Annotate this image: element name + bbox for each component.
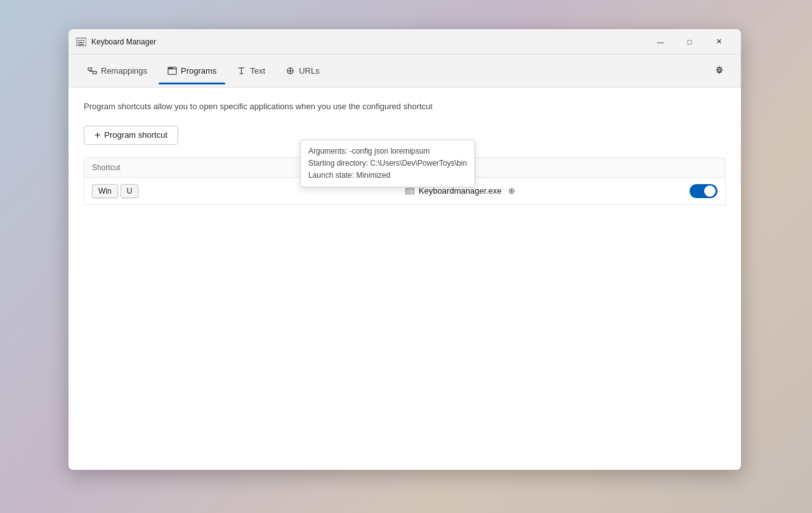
tooltip-launch-state-value: Minimized <box>356 171 390 180</box>
key-u: U <box>121 184 139 198</box>
tooltip-starting-directory-label: Starting directory: <box>308 159 368 168</box>
tab-text[interactable]: Text <box>228 62 274 79</box>
svg-rect-23 <box>409 190 411 191</box>
add-program-shortcut-button[interactable]: + Program shortcut <box>84 126 178 145</box>
svg-rect-8 <box>78 44 84 45</box>
tab-programs[interactable]: Programs <box>159 62 225 79</box>
content-area: Program shortcuts allow you to open spec… <box>69 88 741 470</box>
cursor-icon: ⊕ <box>508 186 515 196</box>
svg-rect-22 <box>407 190 409 191</box>
tooltip-launch-state: Launch state: Minimized <box>308 170 467 182</box>
tooltip: Arguments: -config json loremipsum Start… <box>300 140 475 188</box>
svg-rect-1 <box>77 40 79 41</box>
nav-tabs: Remappings Programs Text <box>79 62 708 79</box>
toggle-track[interactable] <box>690 184 717 198</box>
svg-rect-4 <box>83 40 84 41</box>
minimize-button[interactable]: — <box>646 29 675 55</box>
app-title: Keyboard Manager <box>91 37 646 46</box>
close-button[interactable]: ✕ <box>704 29 733 55</box>
tooltip-starting-directory: Starting directory: C:\Users\Dev\PowerTo… <box>308 157 467 170</box>
description-text: Program shortcuts allow you to open spec… <box>84 100 726 113</box>
svg-rect-7 <box>83 42 84 43</box>
shortcuts-table: Shortcut Program Win U <box>84 157 726 205</box>
svg-rect-9 <box>88 68 92 70</box>
titlebar: Keyboard Manager — □ ✕ <box>69 29 741 55</box>
app-icon <box>76 37 86 47</box>
enable-toggle[interactable] <box>690 184 717 198</box>
tab-remappings-label: Remappings <box>101 66 147 76</box>
svg-rect-5 <box>77 42 79 43</box>
tab-urls[interactable]: URLs <box>277 62 329 79</box>
svg-rect-10 <box>93 71 96 74</box>
svg-rect-24 <box>407 192 410 192</box>
add-button-label: Program shortcut <box>104 130 167 140</box>
settings-button[interactable] <box>708 60 731 83</box>
key-win: Win <box>92 184 118 198</box>
navbar: Remappings Programs Text <box>69 55 741 88</box>
tooltip-arguments: Arguments: -config json loremipsum <box>308 145 467 157</box>
table-row: Win U Keyboardmanager.exe ⊕ <box>84 178 726 205</box>
main-window: Keyboard Manager — □ ✕ Remappings <box>69 29 741 470</box>
maximize-button[interactable]: □ <box>675 29 704 55</box>
tooltip-arguments-value: -config json loremipsum <box>350 147 430 156</box>
tooltip-arguments-label: Arguments: <box>308 147 347 156</box>
svg-rect-3 <box>81 40 82 41</box>
svg-point-15 <box>172 68 173 69</box>
tab-text-label: Text <box>250 66 265 76</box>
tab-programs-label: Programs <box>181 66 216 76</box>
tab-remappings[interactable]: Remappings <box>79 62 156 79</box>
program-name: Keyboardmanager.exe <box>419 186 502 196</box>
svg-rect-6 <box>79 42 82 43</box>
plus-icon: + <box>95 130 100 140</box>
svg-point-13 <box>169 68 169 69</box>
tab-urls-label: URLs <box>299 66 320 76</box>
toggle-thumb <box>704 185 716 197</box>
tooltip-starting-directory-value: C:\Users\Dev\PowerToys\bin <box>370 159 467 168</box>
svg-rect-2 <box>79 40 81 41</box>
svg-point-14 <box>171 68 171 69</box>
tooltip-launch-state-label: Launch state: <box>308 171 354 180</box>
window-controls: — □ ✕ <box>646 29 733 55</box>
